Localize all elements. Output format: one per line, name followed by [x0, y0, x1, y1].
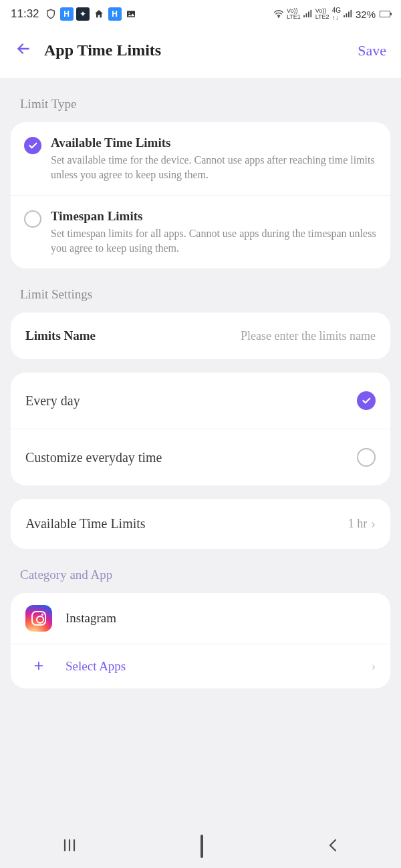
status-right: Vo))LTE1 Vo))LTE2 4G↑↓ 32% — [273, 7, 390, 21]
system-nav-bar — [0, 825, 401, 868]
svg-rect-10 — [350, 9, 352, 17]
shield-icon — [44, 7, 57, 21]
instagram-icon — [25, 605, 52, 632]
schedule-card: Every day Customize everyday time — [11, 373, 390, 485]
limits-name-input[interactable] — [109, 329, 376, 343]
home-button[interactable] — [200, 836, 203, 857]
save-button[interactable]: Save — [358, 42, 386, 59]
signal-icon-1 — [303, 9, 313, 19]
limits-name-label: Limits Name — [25, 329, 96, 343]
option-timespan-limits[interactable]: Timespan Limits Set timespan limits for … — [11, 195, 390, 268]
back-nav-button[interactable] — [326, 836, 340, 857]
plus-icon: + — [25, 656, 52, 676]
limit-type-card: Available Time Limits Set available time… — [11, 122, 390, 268]
section-label-limit-settings: Limit Settings — [0, 268, 401, 312]
status-time: 11:32 — [11, 7, 39, 21]
app-row-instagram[interactable]: Instagram — [11, 593, 390, 644]
app-name: Instagram — [65, 611, 116, 626]
every-day-row[interactable]: Every day — [11, 373, 390, 429]
apps-card: Instagram + Select Apps › — [11, 593, 390, 688]
battery-icon — [380, 11, 390, 17]
radio-checked-icon — [24, 137, 41, 154]
status-bar: 11:32 H ✦ H Vo))LTE1 Vo))LTE2 4G↑↓ — [0, 0, 401, 28]
home-icon — [92, 7, 106, 21]
gallery-icon — [124, 7, 138, 21]
app-icon-1: H — [60, 7, 74, 21]
option-desc: Set available time for the device. Canno… — [51, 153, 377, 182]
svg-rect-7 — [344, 15, 345, 17]
available-time-value: 1 hr — [348, 517, 368, 531]
available-time-label: Available Time Limits — [25, 516, 146, 531]
back-button[interactable] — [15, 40, 32, 61]
chevron-right-icon: › — [371, 516, 376, 531]
signal-icon-2 — [344, 9, 353, 19]
page-title: App Time Limits — [44, 41, 161, 59]
customize-row[interactable]: Customize everyday time — [11, 429, 390, 485]
available-time-row[interactable]: Available Time Limits 1 hr › — [11, 499, 390, 549]
option-title: Timespan Limits — [51, 209, 377, 224]
limits-name-row[interactable]: Limits Name — [11, 312, 390, 359]
app-icon-2: ✦ — [76, 7, 90, 21]
battery-percent: 32% — [356, 9, 376, 20]
limits-name-card: Limits Name — [11, 312, 390, 359]
available-time-card: Available Time Limits 1 hr › — [11, 499, 390, 549]
select-apps-row[interactable]: + Select Apps › — [11, 644, 390, 688]
wifi-icon — [273, 9, 284, 20]
status-tray-icons: H ✦ H — [44, 7, 138, 21]
svg-rect-9 — [348, 11, 350, 17]
every-day-label: Every day — [25, 393, 80, 409]
svg-rect-3 — [303, 15, 305, 17]
svg-rect-8 — [346, 13, 348, 17]
section-label-limit-type: Limit Type — [0, 78, 401, 122]
option-desc: Set timespan limits for all apps. Cannot… — [51, 226, 377, 255]
radio-unchecked-icon — [24, 210, 41, 228]
section-label-category: Category and App — [0, 549, 401, 593]
chevron-right-icon: › — [372, 660, 376, 674]
check-off-icon — [357, 448, 376, 467]
svg-point-2 — [278, 16, 279, 17]
select-apps-label: Select Apps — [65, 659, 358, 674]
option-available-time-limits[interactable]: Available Time Limits Set available time… — [11, 122, 390, 195]
svg-rect-4 — [305, 13, 307, 17]
app-icon-3: H — [108, 7, 122, 21]
svg-point-1 — [128, 13, 130, 14]
check-on-icon — [357, 391, 376, 410]
recents-button[interactable] — [61, 836, 78, 857]
svg-rect-5 — [308, 11, 309, 17]
customize-label: Customize everyday time — [25, 450, 162, 465]
app-header: App Time Limits Save — [0, 28, 401, 78]
option-title: Available Time Limits — [51, 136, 377, 150]
svg-rect-6 — [310, 9, 311, 17]
